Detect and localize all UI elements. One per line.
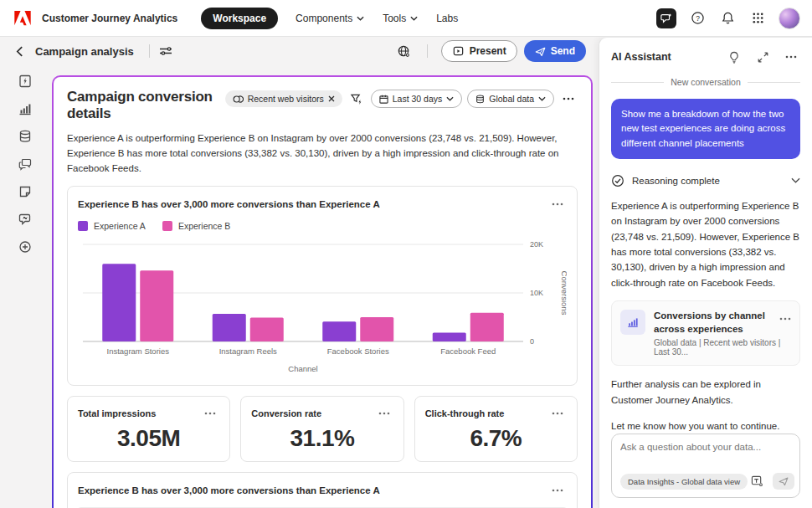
submit-question-icon[interactable] bbox=[773, 473, 794, 490]
metric-card-conversion-rate: Conversion rate 31.1% bbox=[240, 396, 403, 462]
bar-experience-b-3[interactable] bbox=[470, 313, 504, 341]
lightbulb-icon[interactable] bbox=[725, 48, 743, 66]
more-icon[interactable] bbox=[779, 310, 791, 328]
reasoning-row[interactable]: Reasoning complete bbox=[611, 174, 800, 187]
share-globe-icon[interactable] bbox=[395, 42, 414, 60]
chevron-down-icon bbox=[538, 96, 546, 101]
ai-assistant-toggle-icon[interactable] bbox=[656, 8, 676, 28]
legend-item[interactable]: Experience A bbox=[78, 221, 146, 231]
metrics-row: Total impressions 3.05M Conversion rate … bbox=[67, 396, 578, 462]
metric-card-ctr: Click-through rate 6.7% bbox=[414, 396, 578, 462]
insight-summary-text: Experience A is outperforming Experience… bbox=[67, 131, 569, 176]
table-title: Experience B has over 3,000 more convers… bbox=[78, 485, 380, 495]
more-icon[interactable] bbox=[548, 404, 567, 423]
chevron-down-icon bbox=[446, 96, 454, 101]
legend-swatch bbox=[78, 221, 88, 231]
calendar-icon bbox=[379, 95, 388, 104]
legend-swatch bbox=[162, 221, 172, 231]
add-circle-icon[interactable] bbox=[16, 238, 34, 256]
tab-workspace[interactable]: Workspace bbox=[201, 8, 278, 29]
app-title: Customer Journey Analytics bbox=[42, 13, 177, 24]
bar-experience-a-0[interactable] bbox=[102, 264, 136, 342]
ai-input-box: Data Insights - Global data view bbox=[611, 434, 800, 498]
expand-icon[interactable] bbox=[753, 48, 772, 66]
left-rail bbox=[12, 72, 39, 256]
check-circle-icon bbox=[611, 174, 624, 187]
svg-text:10K: 10K bbox=[530, 289, 543, 297]
metric-value: 3.05M bbox=[78, 425, 219, 452]
bar-chart-svg: 010K20KConversionsInstagram StoriesInsta… bbox=[73, 233, 567, 377]
reasoning-label: Reasoning complete bbox=[632, 176, 720, 186]
segment-filter-icon[interactable] bbox=[347, 90, 366, 108]
filter-sliders-icon[interactable] bbox=[157, 42, 175, 60]
user-avatar[interactable] bbox=[779, 8, 800, 29]
chevron-down-icon bbox=[357, 16, 364, 21]
new-conversation-divider: New conversation bbox=[611, 77, 800, 87]
divider-label: New conversation bbox=[671, 77, 740, 87]
ai-question-input[interactable] bbox=[620, 442, 791, 472]
more-icon[interactable] bbox=[375, 404, 393, 423]
database-icon bbox=[475, 95, 485, 104]
svg-text:?: ? bbox=[696, 14, 700, 23]
segment-chip[interactable]: Recent web visitors bbox=[225, 90, 342, 107]
annotations-icon[interactable] bbox=[16, 155, 34, 173]
bar-chart-icon bbox=[620, 310, 645, 335]
legend-item[interactable]: Experience B bbox=[162, 221, 230, 231]
tab-labs[interactable]: Labs bbox=[427, 6, 467, 31]
metric-label: Total impressions bbox=[78, 408, 156, 418]
app-switcher-grid-icon[interactable] bbox=[748, 9, 767, 28]
svg-text:Instagram Stories: Instagram Stories bbox=[107, 346, 170, 356]
more-icon[interactable] bbox=[782, 48, 800, 66]
more-icon[interactable] bbox=[548, 481, 567, 500]
divider bbox=[427, 44, 428, 58]
svg-text:Channel: Channel bbox=[288, 364, 317, 373]
bar-experience-b-0[interactable] bbox=[140, 271, 173, 342]
panels-icon[interactable] bbox=[16, 72, 34, 90]
svg-text:Instagram Reels: Instagram Reels bbox=[219, 346, 277, 356]
date-range-chip[interactable]: Last 30 days bbox=[371, 90, 463, 108]
notifications-bell-icon[interactable] bbox=[718, 9, 737, 28]
data-settings-icon[interactable] bbox=[748, 472, 766, 490]
data-view-chip[interactable]: Global data bbox=[467, 90, 554, 108]
metric-value: 31.1% bbox=[251, 425, 393, 452]
components-data-icon[interactable] bbox=[16, 127, 34, 146]
bar-experience-a-1[interactable] bbox=[213, 314, 246, 341]
send-button[interactable]: Send bbox=[524, 40, 586, 62]
tab-tools[interactable]: Tools bbox=[373, 6, 427, 31]
paper-plane-icon bbox=[535, 46, 546, 57]
back-button[interactable] bbox=[10, 42, 28, 60]
top-nav: Customer Journey Analytics Workspace Com… bbox=[0, 0, 812, 37]
chart-title: Experience B has over 3,000 more convers… bbox=[78, 199, 380, 209]
project-title: Campaign analysis bbox=[35, 45, 134, 58]
metric-label: Click-through rate bbox=[425, 408, 505, 418]
ai-chat-share-icon[interactable] bbox=[16, 210, 34, 228]
page-title: Campaign conversion details bbox=[67, 89, 225, 122]
visualizations-icon[interactable] bbox=[16, 100, 34, 118]
tab-components[interactable]: Components bbox=[286, 6, 373, 31]
insight-viz-card[interactable]: Conversions by channel across experience… bbox=[611, 300, 800, 366]
chart-card: Experience B has over 3,000 more convers… bbox=[67, 186, 578, 386]
user-message-bubble: Show me a breakdown of how the two new t… bbox=[611, 99, 800, 159]
adobe-logo-icon[interactable] bbox=[12, 8, 33, 29]
more-icon[interactable] bbox=[548, 195, 567, 213]
present-icon bbox=[452, 46, 465, 56]
ai-panel-title: AI Assistant bbox=[611, 51, 671, 63]
more-icon[interactable] bbox=[559, 90, 578, 108]
insight-card-title: Conversions by channel across experience… bbox=[654, 310, 779, 336]
bar-experience-a-3[interactable] bbox=[433, 333, 466, 341]
ai-followup-text-1: Further analysis can be explored in Cust… bbox=[611, 377, 800, 408]
close-icon bbox=[328, 95, 335, 102]
bar-experience-b-1[interactable] bbox=[250, 318, 284, 341]
svg-text:0: 0 bbox=[530, 337, 534, 346]
context-chip[interactable]: Data Insights - Global data view bbox=[620, 474, 748, 490]
present-button[interactable]: Present bbox=[441, 40, 517, 62]
svg-text:Conversions: Conversions bbox=[560, 271, 567, 316]
more-icon[interactable] bbox=[201, 404, 219, 423]
notes-icon[interactable] bbox=[16, 182, 34, 201]
help-icon[interactable]: ? bbox=[688, 9, 707, 28]
metric-label: Conversion rate bbox=[251, 408, 321, 418]
legend-label: Experience A bbox=[94, 221, 146, 231]
bar-experience-a-2[interactable] bbox=[322, 322, 356, 342]
bar-experience-b-2[interactable] bbox=[360, 317, 393, 341]
chevron-down-icon[interactable] bbox=[791, 177, 800, 183]
